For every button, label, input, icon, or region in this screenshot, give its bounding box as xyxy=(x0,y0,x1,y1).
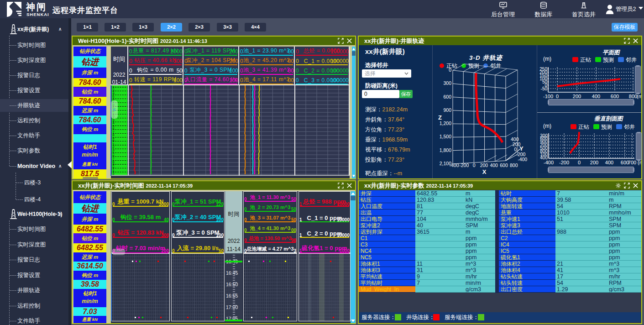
svg-text:1,800: 1,800 xyxy=(440,147,451,153)
svg-text:-200: -200 xyxy=(559,160,569,165)
svg-text:17:00: 17:00 xyxy=(226,304,238,310)
svg-text:(m): (m) xyxy=(637,94,641,99)
svg-text:400: 400 xyxy=(605,160,613,165)
svg-text:200: 200 xyxy=(590,160,598,165)
svg-text:0: 0 xyxy=(556,94,559,99)
svg-text:-400: -400 xyxy=(544,160,554,165)
svg-text:800: 800 xyxy=(629,94,637,99)
svg-text:600: 600 xyxy=(443,94,451,100)
svg-text:200: 200 xyxy=(573,94,581,99)
svg-text:-200: -200 xyxy=(459,162,469,168)
svg-text:Z: Z xyxy=(438,114,442,121)
svg-text:1,500: 1,500 xyxy=(440,134,451,139)
svg-text:300: 300 xyxy=(443,80,451,86)
svg-text:600: 600 xyxy=(611,94,619,99)
svg-text:-400: -400 xyxy=(449,162,459,168)
svg-text:0: 0 xyxy=(578,160,581,165)
svg-text:700: 700 xyxy=(628,160,636,165)
svg-text:200: 200 xyxy=(480,162,488,168)
svg-text:0: 0 xyxy=(473,162,476,168)
svg-text:600: 600 xyxy=(500,162,508,168)
svg-text:Y: Y xyxy=(519,145,524,152)
svg-text:16:55: 16:55 xyxy=(226,293,238,299)
svg-text:800: 800 xyxy=(510,162,518,168)
svg-text:正钻: 正钻 xyxy=(446,63,457,69)
svg-text:-400: -400 xyxy=(518,157,527,162)
svg-text:0: 0 xyxy=(449,67,451,73)
svg-text:-100: -100 xyxy=(543,94,553,99)
svg-text:1,200: 1,200 xyxy=(440,121,451,126)
svg-text:16:50: 16:50 xyxy=(226,282,238,287)
svg-text:-50: -50 xyxy=(541,86,548,91)
svg-text:16:45: 16:45 xyxy=(226,270,238,276)
svg-text:400: 400 xyxy=(592,94,600,99)
svg-text:900: 900 xyxy=(443,107,451,113)
svg-text:X: X xyxy=(482,168,487,175)
svg-text:400: 400 xyxy=(490,162,498,168)
